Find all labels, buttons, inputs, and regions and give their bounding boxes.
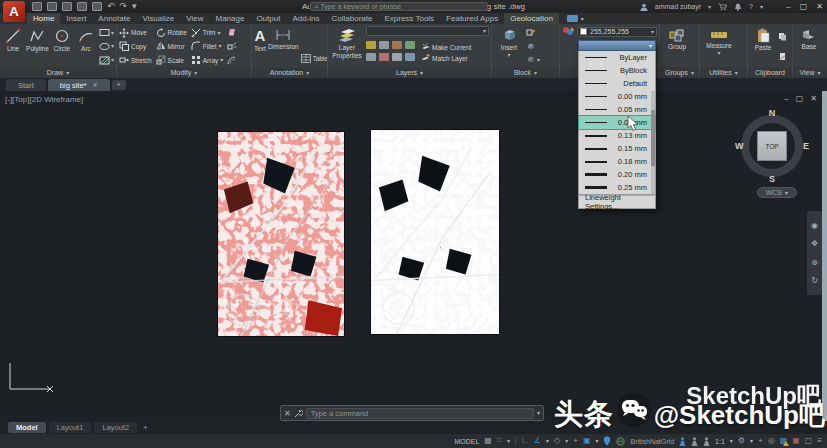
drawing-area[interactable]: [-][Top][2D Wireframe] – ▢ ✕ <box>0 91 827 421</box>
lineweight-option[interactable]: ByLayer <box>579 51 655 64</box>
chevron-down-icon[interactable]: ▾ <box>218 43 221 49</box>
grid-display-icon[interactable]: ▦ <box>484 437 492 445</box>
redo-icon[interactable]: ↷ <box>120 2 128 11</box>
open-file-icon[interactable] <box>47 2 57 11</box>
chevron-down-icon[interactable]: ▾ <box>111 57 114 63</box>
tab-insert[interactable]: Insert <box>60 13 92 24</box>
snap-mode-icon[interactable]: ∷ <box>497 437 502 445</box>
user-menu-chevron-icon[interactable]: ▾ <box>708 4 711 10</box>
close-button[interactable]: ✕ <box>816 2 823 11</box>
chevron-down-icon[interactable]: ▾ <box>546 438 549 444</box>
isometric-drafting-icon[interactable]: ◇ <box>554 437 560 445</box>
text-button[interactable]: A Text <box>254 26 266 67</box>
tab-geolocation[interactable]: Geolocation <box>504 13 559 24</box>
signed-in-user[interactable]: ammad zubayr <box>655 3 701 10</box>
block-create-button[interactable] <box>526 40 540 53</box>
tab-model[interactable]: Model <box>8 422 46 433</box>
layer-properties-button[interactable]: Layer Properties <box>330 26 364 67</box>
minimize-button[interactable]: – <box>786 2 790 11</box>
search-input[interactable] <box>320 3 484 10</box>
model-space-toggle[interactable]: MODEL <box>454 438 479 445</box>
move-button[interactable]: Move <box>119 26 152 39</box>
view-panel-label[interactable]: View▾ <box>793 67 827 78</box>
ribbon-options-chevron-icon[interactable]: ▾ <box>581 16 584 22</box>
clean-screen-icon[interactable]: ▢ <box>805 437 813 445</box>
offset-button[interactable] <box>227 54 237 67</box>
command-input[interactable] <box>306 408 534 419</box>
block-panel-label[interactable]: Block▾ <box>492 67 559 78</box>
measure-button[interactable]: Measure ▾ <box>702 26 736 67</box>
full-navigation-wheel-icon[interactable]: ◉ <box>811 221 818 230</box>
tab-express-tools[interactable]: Express Tools <box>378 13 440 24</box>
trim-button[interactable]: Trim▾ <box>191 26 224 39</box>
help-chevron-icon[interactable]: ▾ <box>760 4 763 10</box>
mirror-button[interactable]: Mirror <box>156 40 187 53</box>
base-button[interactable]: Base <box>795 26 823 67</box>
layer-on-icon[interactable] <box>379 53 389 61</box>
lineweight-option[interactable]: 0.13 mm <box>579 129 655 142</box>
object-snap-icon[interactable]: ▣ <box>583 437 591 445</box>
array-button[interactable]: Array▾ <box>191 54 224 67</box>
tab-manage[interactable]: Manage <box>209 13 250 24</box>
circle-button[interactable]: Circle <box>51 26 73 67</box>
app-store-icon[interactable] <box>718 3 727 11</box>
annotation-panel-label[interactable]: Annotation▾ <box>252 67 327 78</box>
file-tab-start[interactable]: Start <box>6 79 46 91</box>
line-button[interactable]: Line <box>2 26 24 67</box>
viewcube-south[interactable]: S <box>769 174 775 184</box>
tab-view[interactable]: View <box>180 13 209 24</box>
zoom-extents-icon[interactable]: ⊕ <box>811 258 818 267</box>
lineweight-option[interactable]: Default <box>579 77 655 90</box>
qat-customize-chevron-icon[interactable]: ▾ <box>132 2 137 11</box>
chevron-down-icon[interactable]: ▾ <box>595 438 598 444</box>
lineweight-option[interactable]: 0.25 mm <box>579 181 655 194</box>
pan-icon[interactable]: ✥ <box>811 239 818 248</box>
new-drawing-tab-button[interactable]: + <box>112 80 126 90</box>
notifications-bell-icon[interactable] <box>734 3 742 11</box>
viewcube-north[interactable]: N <box>769 108 776 118</box>
ortho-mode-icon[interactable]: ∟ <box>521 437 529 445</box>
coordinate-system-name[interactable]: BritishNatGrid <box>630 438 674 445</box>
tab-annotate[interactable]: Annotate <box>92 13 136 24</box>
chevron-down-icon[interactable]: ▾ <box>565 438 568 444</box>
chevron-down-icon[interactable]: ▾ <box>750 438 753 444</box>
viewcube[interactable]: N S W E TOP <box>733 107 811 185</box>
chevron-down-icon[interactable]: ▾ <box>220 57 223 63</box>
copy-button[interactable]: Copy <box>119 40 152 53</box>
command-close-icon[interactable]: ✕ <box>284 409 291 418</box>
command-line[interactable]: ✕ ▾ <box>280 405 544 421</box>
restore-button[interactable]: ▢ <box>800 2 808 11</box>
navigation-bar[interactable]: ◉ ✥ ⊕ ↻ <box>807 211 822 295</box>
object-color-combo[interactable]: 255,255,255 ▾ <box>577 27 657 37</box>
lineweight-option[interactable]: 0.18 mm <box>579 155 655 168</box>
lineweight-settings-item[interactable]: Lineweight Settings... <box>578 195 656 209</box>
object-snap-tracking-icon[interactable]: + <box>573 437 578 445</box>
customization-menu-icon[interactable]: ≡ <box>817 437 822 445</box>
recent-commands-chevron-icon[interactable]: ▾ <box>537 410 540 416</box>
trusted-autoloaded-icon[interactable]: ▣ <box>792 437 800 445</box>
file-tab-big-site[interactable]: big site*✕ <box>48 79 110 91</box>
scale-button[interactable]: Scale <box>156 54 187 67</box>
new-layout-button[interactable]: + <box>140 423 151 432</box>
viewport-restore-button[interactable]: ▢ <box>796 94 804 103</box>
crosshair-icon[interactable]: + <box>758 437 763 445</box>
lineweight-option[interactable]: ByBlock <box>579 64 655 77</box>
erase-button[interactable] <box>227 26 237 39</box>
stretch-button[interactable]: Stretch <box>119 54 152 67</box>
utilities-panel-label[interactable]: Utilities▾ <box>700 67 747 78</box>
tab-layout2[interactable]: Layout2 <box>94 422 137 433</box>
viewcube-top-face[interactable]: TOP <box>757 131 787 161</box>
group-button[interactable]: Group <box>662 26 692 67</box>
autocad-app-menu-icon[interactable]: A <box>3 1 25 22</box>
make-current-button[interactable]: Make Current <box>421 42 471 53</box>
isolate-objects-icon[interactable]: ◎ <box>768 437 775 445</box>
rotate-button[interactable]: Rotate <box>156 26 187 39</box>
orbit-icon[interactable]: ↻ <box>811 276 818 285</box>
tab-collaborate[interactable]: Collaborate <box>326 13 379 24</box>
lineweight-option[interactable]: 0.05 mm <box>579 103 655 116</box>
chevron-down-icon[interactable]: ▾ <box>507 438 510 444</box>
layer-isolate-icon[interactable] <box>379 41 389 49</box>
hatch-tool-button[interactable]: ▾ <box>99 54 114 67</box>
insert-button[interactable]: Insert ▾ <box>494 26 524 67</box>
chevron-down-icon[interactable]: ▾ <box>218 30 221 36</box>
